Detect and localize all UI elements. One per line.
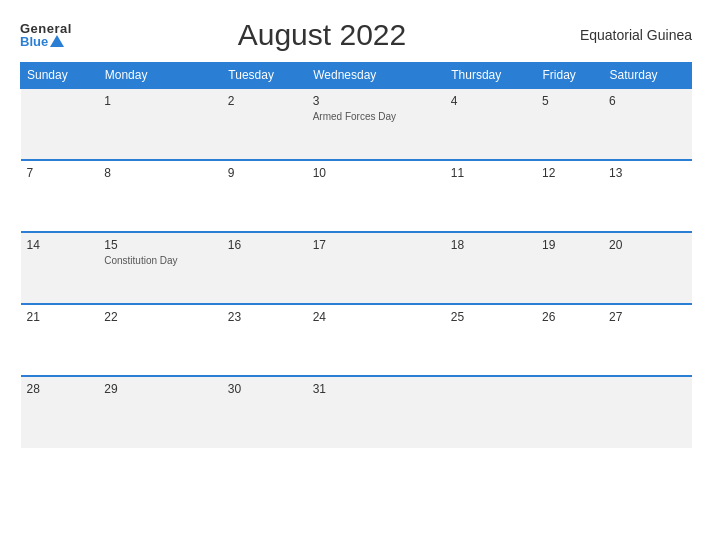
logo-triangle-icon xyxy=(50,35,64,47)
day-number: 7 xyxy=(27,166,93,180)
calendar-cell: 27 xyxy=(603,304,691,376)
calendar-cell: 13 xyxy=(603,160,691,232)
calendar-cell: 17 xyxy=(307,232,445,304)
day-number: 12 xyxy=(542,166,597,180)
day-number: 22 xyxy=(104,310,216,324)
calendar-page: General Blue August 2022 Equatorial Guin… xyxy=(0,0,712,550)
calendar-cell: 23 xyxy=(222,304,307,376)
day-number: 18 xyxy=(451,238,530,252)
day-number: 30 xyxy=(228,382,301,396)
col-tuesday: Tuesday xyxy=(222,63,307,89)
day-number: 15 xyxy=(104,238,216,252)
calendar-week-row: 1415Constitution Day1617181920 xyxy=(21,232,692,304)
calendar-cell: 25 xyxy=(445,304,536,376)
day-number: 14 xyxy=(27,238,93,252)
holiday-label: Constitution Day xyxy=(104,254,216,267)
calendar-cell: 30 xyxy=(222,376,307,448)
calendar-cell: 16 xyxy=(222,232,307,304)
calendar-week-row: 28293031 xyxy=(21,376,692,448)
header: General Blue August 2022 Equatorial Guin… xyxy=(20,18,692,52)
day-number: 24 xyxy=(313,310,439,324)
calendar-cell: 5 xyxy=(536,88,603,160)
day-number: 5 xyxy=(542,94,597,108)
day-number: 2 xyxy=(228,94,301,108)
day-number: 4 xyxy=(451,94,530,108)
calendar-cell: 14 xyxy=(21,232,99,304)
day-number: 29 xyxy=(104,382,216,396)
country-label: Equatorial Guinea xyxy=(572,27,692,43)
day-number: 1 xyxy=(104,94,216,108)
calendar-cell: 4 xyxy=(445,88,536,160)
calendar-cell: 19 xyxy=(536,232,603,304)
calendar-cell: 24 xyxy=(307,304,445,376)
day-number: 20 xyxy=(609,238,685,252)
calendar-cell: 31 xyxy=(307,376,445,448)
calendar-cell: 8 xyxy=(98,160,222,232)
calendar-cell: 11 xyxy=(445,160,536,232)
logo-blue-text: Blue xyxy=(20,35,64,48)
calendar-cell: 21 xyxy=(21,304,99,376)
calendar-cell xyxy=(536,376,603,448)
calendar-cell: 1 xyxy=(98,88,222,160)
calendar-cell: 26 xyxy=(536,304,603,376)
calendar-cell: 3Armed Forces Day xyxy=(307,88,445,160)
day-number: 8 xyxy=(104,166,216,180)
calendar-cell: 6 xyxy=(603,88,691,160)
calendar-week-row: 21222324252627 xyxy=(21,304,692,376)
day-number: 27 xyxy=(609,310,685,324)
day-number: 19 xyxy=(542,238,597,252)
col-friday: Friday xyxy=(536,63,603,89)
calendar-cell: 12 xyxy=(536,160,603,232)
calendar-cell: 22 xyxy=(98,304,222,376)
calendar-cell: 28 xyxy=(21,376,99,448)
day-number: 3 xyxy=(313,94,439,108)
day-number: 23 xyxy=(228,310,301,324)
calendar-week-row: 78910111213 xyxy=(21,160,692,232)
holiday-label: Armed Forces Day xyxy=(313,110,439,123)
day-number: 16 xyxy=(228,238,301,252)
col-thursday: Thursday xyxy=(445,63,536,89)
day-number: 6 xyxy=(609,94,685,108)
calendar-title: August 2022 xyxy=(72,18,572,52)
day-number: 25 xyxy=(451,310,530,324)
calendar-week-row: 123Armed Forces Day456 xyxy=(21,88,692,160)
calendar-cell: 9 xyxy=(222,160,307,232)
calendar-cell: 18 xyxy=(445,232,536,304)
day-number: 31 xyxy=(313,382,439,396)
day-number: 10 xyxy=(313,166,439,180)
calendar-cell: 29 xyxy=(98,376,222,448)
calendar-cell: 15Constitution Day xyxy=(98,232,222,304)
day-number: 9 xyxy=(228,166,301,180)
col-saturday: Saturday xyxy=(603,63,691,89)
weekday-header-row: Sunday Monday Tuesday Wednesday Thursday… xyxy=(21,63,692,89)
day-number: 28 xyxy=(27,382,93,396)
day-number: 11 xyxy=(451,166,530,180)
calendar-header: Sunday Monday Tuesday Wednesday Thursday… xyxy=(21,63,692,89)
col-wednesday: Wednesday xyxy=(307,63,445,89)
calendar-table: Sunday Monday Tuesday Wednesday Thursday… xyxy=(20,62,692,448)
calendar-cell: 2 xyxy=(222,88,307,160)
calendar-cell: 7 xyxy=(21,160,99,232)
day-number: 26 xyxy=(542,310,597,324)
calendar-cell xyxy=(445,376,536,448)
col-sunday: Sunday xyxy=(21,63,99,89)
calendar-cell xyxy=(603,376,691,448)
day-number: 13 xyxy=(609,166,685,180)
calendar-cell: 10 xyxy=(307,160,445,232)
col-monday: Monday xyxy=(98,63,222,89)
logo: General Blue xyxy=(20,22,72,48)
calendar-cell xyxy=(21,88,99,160)
calendar-cell: 20 xyxy=(603,232,691,304)
day-number: 21 xyxy=(27,310,93,324)
day-number: 17 xyxy=(313,238,439,252)
calendar-body: 123Armed Forces Day456789101112131415Con… xyxy=(21,88,692,448)
